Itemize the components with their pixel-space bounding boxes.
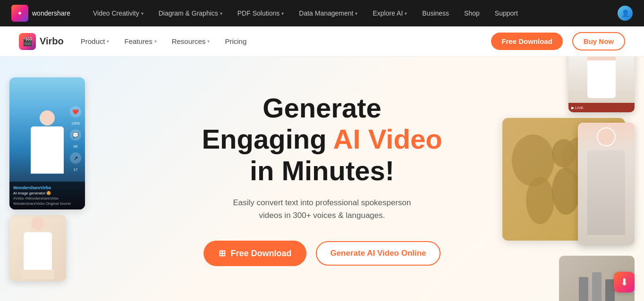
hero-title-ai-video: AI Video (333, 124, 442, 154)
free-download-button[interactable]: Free Download (491, 33, 563, 50)
hero-free-download-button[interactable]: ⊞ Free Download (203, 241, 306, 266)
nav-item-video-creativity[interactable]: Video Creativity ▾ (93, 9, 144, 17)
virbo-brand[interactable]: 🎬 Virbo (19, 33, 64, 50)
hero-content: Generate Engaging AI Video in Minutes! E… (202, 74, 442, 285)
brand-logo[interactable]: wondershare (11, 5, 70, 22)
chevron-down-icon: ▾ (281, 11, 284, 16)
nav-item-diagram-graphics[interactable]: Diagram & Graphics ▾ (159, 9, 222, 17)
hero-subtitle: Easily convert text into professional sp… (202, 196, 442, 222)
svg-point-1 (512, 134, 554, 186)
like-icon: ❤️ (70, 106, 81, 117)
hero-cta-buttons: ⊞ Free Download Generate AI Video Online (202, 241, 442, 266)
hero-generate-online-button[interactable]: Generate AI Video Online (316, 241, 440, 266)
nav-item-pdf-solutions[interactable]: PDF Solutions ▾ (237, 9, 284, 17)
chevron-down-icon: ▾ (220, 11, 222, 16)
tiktok-description: AI image generator 🤩 (13, 191, 81, 195)
beauty-footer: ▶ LIVE (568, 103, 635, 112)
brand-name: wondershare (32, 9, 70, 17)
comment-icon: 💬 (70, 129, 81, 141)
person-card-right (578, 123, 635, 245)
person-body (587, 150, 625, 235)
like-count: 1350 (71, 121, 80, 125)
hero-title: Generate Engaging AI Video in Minutes! (202, 92, 442, 187)
top-navigation: wondershare Video Creativity ▾ Diagram &… (0, 0, 644, 26)
nav-item-support[interactable]: Support (495, 9, 518, 17)
beauty-person-area (568, 57, 635, 103)
tiktok-interactions: ❤️ 1350 💬 95 ↗ 17 (70, 106, 81, 172)
hero-left-images: ❤️ 1350 💬 95 ↗ 17 WondershareVirbo AI im… (9, 77, 85, 281)
nav-item-shop[interactable]: Shop (464, 9, 480, 17)
small-portrait-card (9, 215, 66, 281)
chevron-down-icon: ▾ (355, 11, 357, 16)
virbo-product-name: Virbo (40, 36, 64, 47)
chevron-down-icon: ▾ (405, 11, 407, 16)
nav-item-explore-ai[interactable]: Explore AI ▾ (373, 9, 407, 17)
hero-title-minutes: in Minutes! (250, 155, 394, 186)
chevron-down-icon: ▾ (207, 39, 210, 44)
beauty-person-silhouette (587, 57, 616, 98)
avatar-image: 👤 (618, 6, 633, 21)
beauty-live-card: BEAUTY LIVE PREVIEW ▶ LIVE (568, 57, 635, 112)
buy-now-button[interactable]: Buy Now (572, 32, 625, 50)
hero-title-engaging: Engaging (202, 124, 333, 154)
hero-right-images: BEAUTY LIVE PREVIEW ▶ LIVE (502, 57, 635, 301)
tiktok-overlay: WondershareVirbo AI image generator 🤩 #V… (9, 182, 85, 209)
subnav-features[interactable]: Features ▾ (119, 33, 162, 49)
sub-navigation: 🎬 Virbo Product ▾ Features ▾ Resources ▾… (0, 26, 644, 57)
tiktok-username: WondershareVirbo (13, 185, 81, 190)
nav-item-data-management[interactable]: Data Management ▾ (299, 9, 357, 17)
user-avatar[interactable]: 👤 (618, 6, 633, 21)
windows-icon: ⊞ (219, 248, 226, 259)
tiktok-music: WondershareVirbo Original Sound (13, 201, 81, 206)
subnav-resources[interactable]: Resources ▾ (166, 33, 216, 49)
nav-item-business[interactable]: Business (422, 9, 449, 17)
chevron-down-icon: ▾ (107, 39, 109, 44)
subnav-product[interactable]: Product ▾ (75, 33, 115, 49)
tiktok-video-card: ❤️ 1350 💬 95 ↗ 17 WondershareVirbo AI im… (9, 77, 85, 209)
map-person-card (502, 118, 635, 250)
subnav-pricing[interactable]: Pricing (219, 33, 252, 49)
wondershare-logo-icon (11, 5, 28, 22)
tiktok-hashtag: #Virbo #WondershareVirbo (13, 196, 81, 201)
hero-section: ❤️ 1350 💬 95 ↗ 17 WondershareVirbo AI im… (0, 57, 644, 301)
chevron-down-icon: ▾ (154, 39, 157, 44)
share-count: 17 (74, 167, 78, 172)
chevron-down-icon: ▾ (141, 11, 144, 16)
top-nav-right: 👤 (618, 6, 633, 21)
download-icon: ⬇ (620, 276, 628, 288)
svg-point-2 (526, 177, 554, 224)
person-head (597, 127, 616, 146)
virbo-mobile-icon: ⬇ (614, 272, 635, 293)
comment-count: 95 (74, 144, 78, 149)
clothing-rack (579, 272, 615, 301)
virbo-icon: 🎬 (19, 33, 36, 50)
share-icon: ↗ (70, 152, 81, 164)
hero-title-generate: Generate (263, 92, 381, 123)
